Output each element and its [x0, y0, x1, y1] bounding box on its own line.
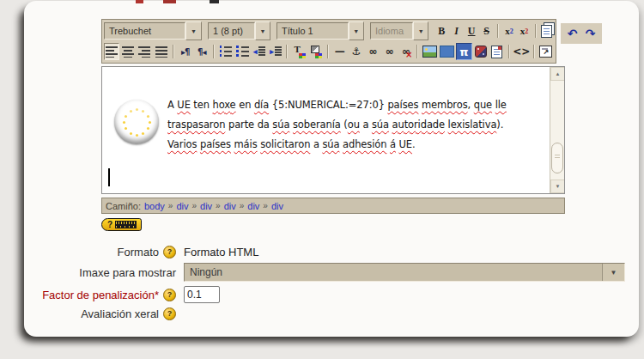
toolbar-separator [508, 45, 510, 58]
toolbar-row-2: ▸¶ ¶◂ ◂ ▸ T — ⚓ ∞ ∞ [104, 41, 554, 62]
image-to-display-select[interactable]: Ningún ▼ [184, 263, 625, 282]
toolbar-separator [416, 45, 418, 58]
anchor-button[interactable]: ⚓ [349, 43, 364, 60]
chevron-down-icon[interactable]: ▼ [255, 21, 270, 40]
path-item[interactable]: div [200, 201, 212, 211]
underline-button[interactable]: U [465, 22, 478, 40]
popup-editor-button[interactable]: ↗ [538, 43, 554, 60]
imaxe-label-group: Imaxe para mostrar [24, 266, 176, 279]
editor-shortcuts-help-button[interactable]: ? [101, 218, 142, 231]
toolbar-separator [533, 45, 535, 58]
block-format-select[interactable]: Título 1 ▼ [276, 22, 364, 40]
chevron-down-icon[interactable]: ▼ [413, 21, 428, 40]
scroll-up-button[interactable]: ▲ [550, 67, 565, 81]
pilcrow-icon: ¶ [185, 47, 189, 57]
scroll-down-button[interactable]: ▼ [550, 180, 565, 193]
clipped-text-fragment [163, 0, 176, 3]
image-icon [422, 46, 437, 58]
general-feedback-label: Avaliación xeral [81, 307, 159, 320]
eu-flag-image [114, 100, 159, 144]
direction-ltr-button[interactable]: ▸¶ [178, 43, 193, 60]
form-row-avaliacion: Avaliación xeral ? [24, 307, 625, 320]
help-icon[interactable]: ? [163, 307, 176, 320]
undo-redo-group: ↶ ↷ [561, 23, 602, 44]
penalty-factor-input[interactable] [184, 286, 220, 303]
path-item[interactable]: div [271, 201, 283, 211]
question-text: A UE ten hoxe en día {5:NUMERICAL:=27:0}… [167, 95, 549, 155]
outdent-button[interactable]: ◂ [251, 43, 266, 60]
redo-button[interactable]: ↷ [583, 25, 598, 42]
clipped-text-fragment [136, 0, 143, 3]
strikethrough-button[interactable]: S [479, 22, 493, 40]
popup-editor-icon: ↗ [539, 46, 552, 58]
unlink-button[interactable]: ∞ [381, 43, 397, 60]
factor-label-group: Factor de penalización* ? [24, 289, 176, 301]
select-value: Ningún [185, 264, 602, 281]
formato-label: Formato [118, 246, 159, 259]
align-center-icon [122, 46, 134, 58]
highlight-color-button[interactable] [308, 43, 324, 60]
editor-toolbar: Trebuchet ▼ 1 (8 pt) ▼ Título 1 ▼ Idio [101, 19, 556, 64]
form-row-factor: Factor de penalización* ? [24, 286, 625, 303]
editor-text-line: A UE ten hoxe en día {5:NUMERICAL:=27:0}… [167, 95, 549, 115]
table-icon [440, 46, 454, 58]
path-item[interactable]: div [247, 201, 259, 211]
align-center-button[interactable] [120, 43, 136, 60]
insert-image-button[interactable] [422, 43, 438, 60]
unordered-list-button[interactable] [234, 43, 250, 60]
font-size-select[interactable]: 1 (8 pt) ▼ [208, 22, 270, 40]
indent-icon [275, 46, 282, 57]
help-icon[interactable]: ? [163, 289, 176, 301]
path-separator: » [263, 201, 268, 210]
chevron-down-icon[interactable]: ▼ [349, 21, 365, 40]
unordered-list-icon [236, 46, 249, 58]
indent-button[interactable]: ▸ [267, 43, 283, 60]
path-label: Camiño: [106, 201, 141, 211]
bold-button[interactable]: B [434, 22, 448, 40]
keyboard-icon [115, 221, 137, 228]
align-left-icon [106, 46, 118, 58]
editor-scrollbar[interactable]: ▲ ▼ [550, 67, 564, 193]
formato-value: Formato HTML [184, 246, 258, 259]
special-char-icon [491, 46, 502, 58]
font-name-select[interactable]: Trebuchet ▼ [104, 22, 202, 40]
ordered-list-button[interactable] [218, 43, 234, 60]
no-link-button[interactable]: ∞× [398, 43, 413, 60]
tex-equation-button[interactable]: π [456, 43, 471, 60]
superscript-button[interactable]: x2 [517, 22, 531, 40]
insert-table-button[interactable] [439, 43, 455, 60]
horizontal-rule-button[interactable]: — [332, 43, 348, 60]
undo-button[interactable]: ↶ [565, 25, 580, 42]
subscript-button[interactable]: x2 [502, 22, 516, 40]
insert-emoticon-button[interactable] [473, 43, 489, 60]
align-right-icon [138, 46, 150, 58]
editor-content-area[interactable]: A UE ten hoxe en día {5:NUMERICAL:=27:0}… [101, 66, 565, 194]
chevron-down-icon[interactable]: ▼ [185, 21, 202, 40]
direction-rtl-button[interactable]: ¶◂ [194, 43, 210, 60]
path-separator: » [240, 201, 245, 210]
insert-link-button[interactable]: ∞ [365, 43, 380, 60]
italic-button[interactable]: I [449, 22, 463, 40]
align-right-button[interactable] [137, 43, 152, 60]
clean-word-html-button[interactable] [540, 22, 554, 40]
block-format-value: Título 1 [276, 22, 349, 40]
path-items: body»div»div»div»div»div [144, 201, 283, 211]
question-mark-icon: ? [107, 220, 112, 229]
text-color-button[interactable]: T [291, 43, 307, 60]
toolbar-row-1: Trebuchet ▼ 1 (8 pt) ▼ Título 1 ▼ Idio [104, 21, 554, 41]
path-item[interactable]: body [144, 201, 165, 211]
help-icon[interactable]: ? [163, 246, 176, 259]
path-item[interactable]: div [224, 201, 236, 211]
path-separator: » [168, 201, 173, 210]
chevron-down-icon[interactable]: ▼ [602, 264, 624, 281]
font-size-value: 1 (8 pt) [208, 22, 255, 40]
insert-character-button[interactable] [489, 43, 505, 60]
align-left-button[interactable] [104, 43, 119, 60]
subscript-mark: 2 [510, 27, 513, 35]
language-select[interactable]: Idioma ▼ [370, 22, 428, 40]
scrollbar-thumb[interactable] [551, 143, 563, 173]
align-justify-button[interactable] [153, 43, 168, 60]
html-source-button[interactable]: <> [513, 43, 530, 60]
outdent-icon [258, 46, 265, 57]
path-item[interactable]: div [176, 201, 188, 211]
